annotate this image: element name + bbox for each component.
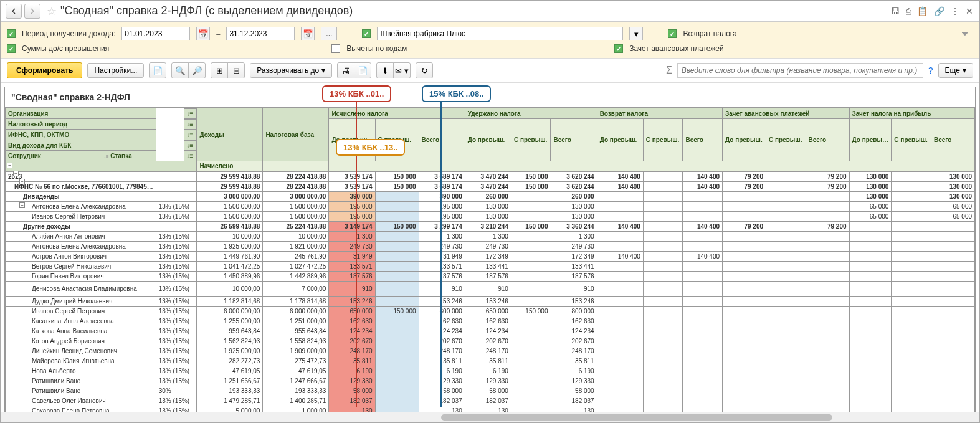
- report-table: "Сводная" справка 2-НДФЛ Организация↓≡ Д…: [4, 87, 976, 412]
- report-area[interactable]: 13% КБК ..01.. 13% КБК ..13.. 15% КБК ..…: [1, 83, 979, 412]
- date-from-input[interactable]: [121, 27, 190, 40]
- table-row[interactable]: Иванов Сергей Петрович13% (15%)6 000 000…: [6, 307, 975, 316]
- sigma-icon: Σ: [666, 65, 672, 76]
- tree-toggle[interactable]: −: [19, 179, 25, 184]
- print-button[interactable]: 🖨: [337, 62, 354, 78]
- table-row[interactable]: Ветров Сергей Николаевич13% (15%)1 041 4…: [6, 262, 975, 272]
- table-row[interactable]: 202329 599 418,8828 224 418,883 539 1741…: [6, 172, 975, 182]
- quick-filter-input[interactable]: [677, 63, 923, 78]
- table-row[interactable]: Касаткина Инна Алексеевна13% (15%)1 255 …: [6, 316, 975, 326]
- find-next-button[interactable]: 🔎: [188, 62, 206, 78]
- table-row[interactable]: Ратишвили Вано30%193 333,33193 333,3358 …: [6, 386, 975, 396]
- clipboard-icon[interactable]: 📋: [916, 5, 929, 17]
- table-row[interactable]: Савельев Олег Иванович13% (15%)1 479 285…: [6, 396, 975, 406]
- collapse-all-button[interactable]: ⊟: [227, 62, 245, 78]
- filter-panel: Период получения дохода: 📅 – 📅 ... ▾ Воз…: [1, 22, 979, 59]
- save-icon[interactable]: 🖫: [890, 5, 901, 17]
- period-checkbox[interactable]: [7, 29, 16, 38]
- form-button[interactable]: Сформировать: [7, 62, 82, 78]
- table-row[interactable]: ИФНС № 66 по г.Москве, 776601001, 779845…: [6, 182, 975, 192]
- tree-toggle[interactable]: −: [19, 202, 25, 208]
- organization-select[interactable]: [377, 27, 623, 40]
- close-icon[interactable]: ✕: [964, 5, 974, 17]
- table-row[interactable]: Нова Альберто13% (15%)47 619,0547 619,05…: [6, 366, 975, 376]
- table-row[interactable]: Денисова Анастасия Владимировна13% (15%)…: [6, 282, 975, 297]
- date-from-calendar-button[interactable]: 📅: [196, 27, 210, 40]
- deduct-codes-label: Вычеты по кодам: [346, 44, 407, 53]
- funnel-icon[interactable]: ⏷: [961, 29, 973, 39]
- table-row[interactable]: Линейкин Леонид Семенович13% (15%)1 925 …: [6, 346, 975, 356]
- refresh-button[interactable]: ↻: [416, 62, 433, 78]
- preview-button[interactable]: 📄: [354, 62, 371, 78]
- table-row[interactable]: Алябин Антон Антонович13% (15%)10 000,00…: [6, 232, 975, 242]
- toolbar: Сформировать Настройки... 📄 🔍 🔎 ⊞ ⊟ Разв…: [1, 59, 979, 83]
- callout-blue: 15% КБК ..08..: [422, 85, 491, 102]
- table-row[interactable]: Антонова Елена Александровна13% (15%)1 5…: [6, 202, 975, 212]
- favorite-star-icon[interactable]: ☆: [47, 4, 57, 18]
- table-row[interactable]: Майорова Юлия Игнатьевна13% (15%)282 272…: [6, 356, 975, 366]
- settings-button[interactable]: Настройки...: [87, 63, 144, 78]
- titlebar: ☆ "Сводная" справка 2-НДФЛ (с выделением…: [1, 1, 979, 22]
- date-to-calendar-button[interactable]: 📅: [301, 27, 315, 40]
- table-row[interactable]: Каткова Анна Васильевна13% (15%)959 643,…: [6, 326, 975, 336]
- more-button[interactable]: Еще ▾: [938, 63, 973, 78]
- print-icon[interactable]: ⎙: [905, 5, 912, 17]
- nav-forward-button[interactable]: [24, 4, 40, 19]
- expand-to-button[interactable]: Разворачивать до ▾: [250, 63, 332, 78]
- tree-toggle[interactable]: −: [13, 171, 19, 176]
- save-button[interactable]: ⬇: [376, 62, 394, 78]
- help-link[interactable]: ?: [928, 65, 933, 75]
- blue-vline: [440, 102, 442, 407]
- org-dropdown-button[interactable]: ▾: [629, 27, 643, 40]
- table-row[interactable]: Дивиденды3 000 000,003 000 000,00390 000…: [6, 192, 975, 202]
- nav-back-button[interactable]: [6, 4, 22, 19]
- advance-label: Зачет авансовых платежей: [629, 44, 724, 53]
- table-row[interactable]: Дудко Дмитрий Николаевич13% (15%)1 182 8…: [6, 297, 975, 307]
- period-label: Период получения дохода:: [22, 29, 115, 38]
- deduct-codes-checkbox[interactable]: [331, 44, 340, 53]
- data-body: 202329 599 418,8828 224 418,883 539 1741…: [5, 171, 975, 412]
- settings-copy-button[interactable]: 📄: [149, 62, 166, 78]
- return-tax-label: Возврат налога: [683, 29, 736, 38]
- table-row[interactable]: Антонова Елена Александровна13% (15%)1 9…: [6, 242, 975, 252]
- table-row[interactable]: Котов Андрей Борисович13% (15%)1 562 824…: [6, 336, 975, 346]
- header-table: Организация↓≡ Доходы Налоговая база Исчи…: [5, 108, 975, 161]
- overflow-label: Суммы до/с превышения: [22, 44, 109, 53]
- page-title: "Сводная" справка 2-НДФЛ (с выделением д…: [60, 4, 890, 17]
- table-row[interactable]: Сахарова Елена Петровна13% (15%)5 000,00…: [6, 406, 975, 412]
- return-tax-checkbox[interactable]: [668, 29, 677, 38]
- callout-orange: 13% КБК ..13..: [336, 139, 405, 156]
- org-checkbox[interactable]: [362, 29, 371, 38]
- email-button[interactable]: ✉ ▾: [393, 62, 411, 78]
- table-row[interactable]: Ратишвили Вано13% (15%)1 251 666,671 247…: [6, 376, 975, 386]
- link-icon[interactable]: 🔗: [933, 5, 946, 17]
- expand-all-button[interactable]: ⊞: [211, 62, 228, 78]
- period-picker-button[interactable]: ...: [321, 27, 337, 40]
- date-to-input[interactable]: [226, 27, 295, 40]
- find-button[interactable]: 🔍: [171, 62, 189, 78]
- callout-red: 13% КБК ..01..: [322, 85, 391, 102]
- table-row[interactable]: Астров Антон Викторович13% (15%)1 449 76…: [6, 252, 975, 262]
- table-row[interactable]: Горин Павел Викторович13% (15%)1 450 889…: [6, 272, 975, 282]
- advance-checkbox[interactable]: [614, 44, 623, 53]
- horizontal-scrollbar[interactable]: [1, 412, 979, 422]
- table-row[interactable]: Другие доходы26 599 418,8825 224 418,883…: [6, 222, 975, 232]
- menu-dots-icon[interactable]: ⋮: [949, 5, 961, 17]
- tree-toggle[interactable]: −: [7, 163, 12, 168]
- overflow-checkbox[interactable]: [7, 44, 16, 53]
- table-row[interactable]: Иванов Сергей Петрович13% (15%)1 500 000…: [6, 212, 975, 222]
